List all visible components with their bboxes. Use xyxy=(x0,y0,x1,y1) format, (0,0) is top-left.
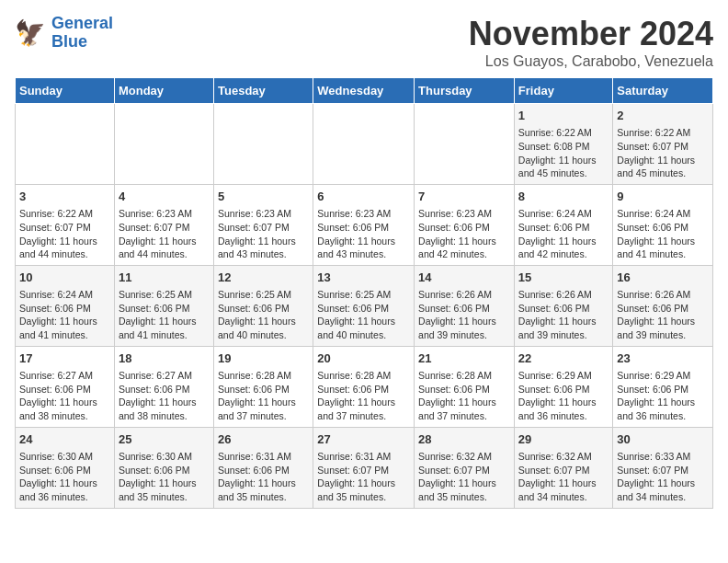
day-info: Sunrise: 6:22 AM Sunset: 6:07 PM Dayligh… xyxy=(617,127,695,178)
day-number: 6 xyxy=(317,189,410,205)
day-number: 23 xyxy=(617,350,709,367)
day-info: Sunrise: 6:23 AM Sunset: 6:06 PM Dayligh… xyxy=(418,208,496,259)
calendar-week-2: 3Sunrise: 6:22 AM Sunset: 6:07 PM Daylig… xyxy=(16,184,713,265)
calendar-header: SundayMondayTuesdayWednesdayThursdayFrid… xyxy=(16,78,713,104)
day-info: Sunrise: 6:24 AM Sunset: 6:06 PM Dayligh… xyxy=(617,208,695,259)
day-number: 5 xyxy=(218,189,309,205)
calendar-cell: 23Sunrise: 6:29 AM Sunset: 6:06 PM Dayli… xyxy=(613,346,713,427)
day-number: 27 xyxy=(317,431,410,448)
day-number: 29 xyxy=(518,431,609,448)
weekday-header-friday: Friday xyxy=(514,78,613,104)
calendar-body: 1Sunrise: 6:22 AM Sunset: 6:08 PM Daylig… xyxy=(16,104,713,509)
calendar-cell: 27Sunrise: 6:31 AM Sunset: 6:07 PM Dayli… xyxy=(313,427,415,508)
weekday-header-sunday: Sunday xyxy=(16,78,115,104)
day-number: 1 xyxy=(518,108,609,124)
calendar-cell: 6Sunrise: 6:23 AM Sunset: 6:06 PM Daylig… xyxy=(313,184,415,265)
day-number: 24 xyxy=(19,431,110,448)
svg-text:🦅: 🦅 xyxy=(15,17,46,48)
day-number: 16 xyxy=(617,270,709,286)
day-info: Sunrise: 6:23 AM Sunset: 6:07 PM Dayligh… xyxy=(119,208,197,259)
day-info: Sunrise: 6:23 AM Sunset: 6:06 PM Dayligh… xyxy=(317,208,395,259)
day-number: 8 xyxy=(518,189,609,205)
calendar-cell: 4Sunrise: 6:23 AM Sunset: 6:07 PM Daylig… xyxy=(114,184,213,265)
calendar-cell: 20Sunrise: 6:28 AM Sunset: 6:06 PM Dayli… xyxy=(313,346,415,427)
calendar-cell: 8Sunrise: 6:24 AM Sunset: 6:06 PM Daylig… xyxy=(514,184,613,265)
day-info: Sunrise: 6:24 AM Sunset: 6:06 PM Dayligh… xyxy=(19,289,97,340)
calendar-table: SundayMondayTuesdayWednesdayThursdayFrid… xyxy=(15,77,713,509)
day-info: Sunrise: 6:27 AM Sunset: 6:06 PM Dayligh… xyxy=(119,370,197,421)
day-info: Sunrise: 6:29 AM Sunset: 6:06 PM Dayligh… xyxy=(518,370,597,421)
day-info: Sunrise: 6:31 AM Sunset: 6:06 PM Dayligh… xyxy=(218,451,296,502)
day-number: 13 xyxy=(317,270,410,286)
calendar-cell: 10Sunrise: 6:24 AM Sunset: 6:06 PM Dayli… xyxy=(16,265,115,346)
title-block: November 2024 Los Guayos, Carabobo, Vene… xyxy=(469,15,713,70)
day-number: 7 xyxy=(418,189,510,205)
day-info: Sunrise: 6:24 AM Sunset: 6:06 PM Dayligh… xyxy=(518,208,597,259)
calendar-cell: 22Sunrise: 6:29 AM Sunset: 6:06 PM Dayli… xyxy=(514,346,613,427)
day-info: Sunrise: 6:27 AM Sunset: 6:06 PM Dayligh… xyxy=(19,370,97,421)
calendar-cell: 26Sunrise: 6:31 AM Sunset: 6:06 PM Dayli… xyxy=(214,427,313,508)
calendar-cell: 30Sunrise: 6:33 AM Sunset: 6:07 PM Dayli… xyxy=(613,427,713,508)
calendar-cell: 5Sunrise: 6:23 AM Sunset: 6:07 PM Daylig… xyxy=(214,184,313,265)
day-info: Sunrise: 6:25 AM Sunset: 6:06 PM Dayligh… xyxy=(119,289,197,340)
day-info: Sunrise: 6:32 AM Sunset: 6:07 PM Dayligh… xyxy=(418,451,496,502)
calendar-cell xyxy=(214,104,313,185)
day-info: Sunrise: 6:25 AM Sunset: 6:06 PM Dayligh… xyxy=(218,289,296,340)
day-number: 19 xyxy=(218,350,309,367)
calendar-cell xyxy=(313,104,415,185)
day-info: Sunrise: 6:29 AM Sunset: 6:06 PM Dayligh… xyxy=(617,370,695,421)
logo-text: General Blue xyxy=(51,15,113,52)
day-info: Sunrise: 6:26 AM Sunset: 6:06 PM Dayligh… xyxy=(617,289,695,340)
day-info: Sunrise: 6:23 AM Sunset: 6:07 PM Dayligh… xyxy=(218,208,296,259)
day-number: 4 xyxy=(119,189,210,205)
day-info: Sunrise: 6:30 AM Sunset: 6:06 PM Dayligh… xyxy=(119,451,197,502)
day-number: 25 xyxy=(119,431,210,448)
day-number: 18 xyxy=(119,350,210,367)
calendar-cell: 25Sunrise: 6:30 AM Sunset: 6:06 PM Dayli… xyxy=(114,427,213,508)
logo-line1: General xyxy=(51,14,113,32)
calendar-cell: 13Sunrise: 6:25 AM Sunset: 6:06 PM Dayli… xyxy=(313,265,415,346)
calendar-cell: 12Sunrise: 6:25 AM Sunset: 6:06 PM Dayli… xyxy=(214,265,313,346)
logo-bird-icon: 🦅 xyxy=(15,17,48,50)
day-info: Sunrise: 6:22 AM Sunset: 6:08 PM Dayligh… xyxy=(518,127,597,178)
logo-line2: Blue xyxy=(51,32,87,51)
weekday-header-row: SundayMondayTuesdayWednesdayThursdayFrid… xyxy=(16,78,713,104)
calendar-title: November 2024 xyxy=(469,15,713,53)
weekday-header-wednesday: Wednesday xyxy=(313,78,415,104)
calendar-cell: 28Sunrise: 6:32 AM Sunset: 6:07 PM Dayli… xyxy=(415,427,515,508)
weekday-header-saturday: Saturday xyxy=(613,78,713,104)
day-info: Sunrise: 6:28 AM Sunset: 6:06 PM Dayligh… xyxy=(418,370,496,421)
day-info: Sunrise: 6:33 AM Sunset: 6:07 PM Dayligh… xyxy=(617,451,695,502)
day-number: 14 xyxy=(418,270,510,286)
day-number: 28 xyxy=(418,431,510,448)
day-info: Sunrise: 6:28 AM Sunset: 6:06 PM Dayligh… xyxy=(218,370,296,421)
calendar-cell: 11Sunrise: 6:25 AM Sunset: 6:06 PM Dayli… xyxy=(114,265,213,346)
calendar-subtitle: Los Guayos, Carabobo, Venezuela xyxy=(469,53,713,70)
calendar-cell: 16Sunrise: 6:26 AM Sunset: 6:06 PM Dayli… xyxy=(613,265,713,346)
day-number: 17 xyxy=(19,350,110,367)
calendar-cell: 9Sunrise: 6:24 AM Sunset: 6:06 PM Daylig… xyxy=(613,184,713,265)
calendar-cell xyxy=(114,104,213,185)
calendar-cell: 19Sunrise: 6:28 AM Sunset: 6:06 PM Dayli… xyxy=(214,346,313,427)
day-number: 26 xyxy=(218,431,309,448)
calendar-week-1: 1Sunrise: 6:22 AM Sunset: 6:08 PM Daylig… xyxy=(16,104,713,185)
calendar-cell: 17Sunrise: 6:27 AM Sunset: 6:06 PM Dayli… xyxy=(16,346,115,427)
day-info: Sunrise: 6:22 AM Sunset: 6:07 PM Dayligh… xyxy=(19,208,97,259)
calendar-cell: 7Sunrise: 6:23 AM Sunset: 6:06 PM Daylig… xyxy=(415,184,515,265)
calendar-cell: 3Sunrise: 6:22 AM Sunset: 6:07 PM Daylig… xyxy=(16,184,115,265)
calendar-cell xyxy=(16,104,115,185)
calendar-week-3: 10Sunrise: 6:24 AM Sunset: 6:06 PM Dayli… xyxy=(16,265,713,346)
calendar-cell: 2Sunrise: 6:22 AM Sunset: 6:07 PM Daylig… xyxy=(613,104,713,185)
calendar-cell: 29Sunrise: 6:32 AM Sunset: 6:07 PM Dayli… xyxy=(514,427,613,508)
weekday-header-thursday: Thursday xyxy=(415,78,515,104)
day-number: 15 xyxy=(518,270,609,286)
weekday-header-monday: Monday xyxy=(114,78,213,104)
page-header: 🦅 General Blue November 2024 Los Guayos,… xyxy=(15,15,713,70)
calendar-cell: 24Sunrise: 6:30 AM Sunset: 6:06 PM Dayli… xyxy=(16,427,115,508)
day-info: Sunrise: 6:26 AM Sunset: 6:06 PM Dayligh… xyxy=(518,289,597,340)
logo: 🦅 General Blue xyxy=(15,15,113,52)
weekday-header-tuesday: Tuesday xyxy=(214,78,313,104)
calendar-week-4: 17Sunrise: 6:27 AM Sunset: 6:06 PM Dayli… xyxy=(16,346,713,427)
day-info: Sunrise: 6:25 AM Sunset: 6:06 PM Dayligh… xyxy=(317,289,395,340)
calendar-cell: 15Sunrise: 6:26 AM Sunset: 6:06 PM Dayli… xyxy=(514,265,613,346)
